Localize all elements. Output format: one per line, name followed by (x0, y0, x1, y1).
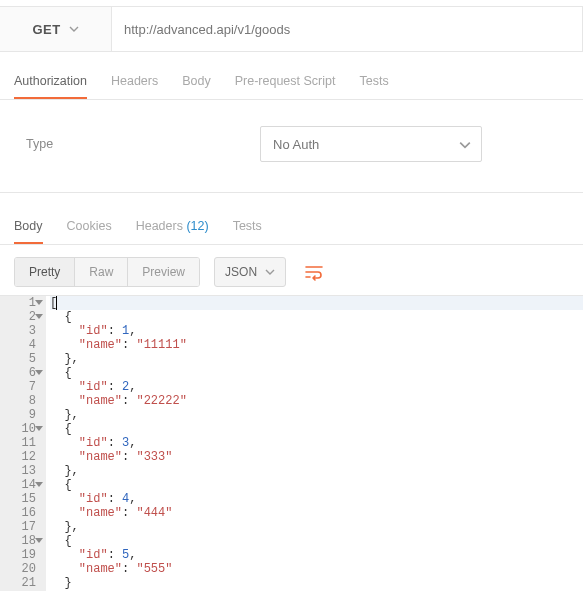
code-line: "name": "22222" (50, 394, 583, 408)
code-line: "id": 4, (50, 492, 583, 506)
line-number: 15 (0, 492, 42, 506)
line-number: 9 (0, 408, 42, 422)
tab-tests[interactable]: Tests (359, 64, 388, 99)
code-line: [ (50, 296, 583, 310)
chevron-down-icon (265, 267, 275, 277)
line-number: 7 (0, 380, 42, 394)
request-bar: GET http://advanced.api/v1/goods (0, 6, 583, 52)
code-line: "name": "11111" (50, 338, 583, 352)
format-row: Pretty Raw Preview JSON (0, 245, 583, 295)
method-label: GET (32, 22, 60, 37)
code-line: "id": 2, (50, 380, 583, 394)
headers-count: (12) (186, 219, 208, 233)
code-line: } (50, 576, 583, 590)
line-number: 11 (0, 436, 42, 450)
tab-resp-body[interactable]: Body (14, 209, 43, 244)
code-line: { (50, 478, 583, 492)
line-number: 19 (0, 548, 42, 562)
auth-panel: Type No Auth (0, 100, 583, 193)
code-line: { (50, 310, 583, 324)
line-number: 5 (0, 352, 42, 366)
language-select[interactable]: JSON (214, 257, 286, 287)
tab-prerequest[interactable]: Pre-request Script (235, 64, 336, 99)
response-code-viewer: 12345678910111213141516171819202122 [ { … (0, 295, 583, 591)
code-line: { (50, 422, 583, 436)
line-number: 1 (0, 296, 42, 310)
code-line: "id": 5, (50, 548, 583, 562)
line-number: 21 (0, 576, 42, 590)
line-number: 20 (0, 562, 42, 576)
line-number: 2 (0, 310, 42, 324)
code-line: "name": "333" (50, 450, 583, 464)
auth-type-select[interactable]: No Auth (260, 126, 482, 162)
line-number: 12 (0, 450, 42, 464)
line-number: 4 (0, 338, 42, 352)
line-number: 14 (0, 478, 42, 492)
tab-resp-headers[interactable]: Headers (12) (136, 209, 209, 244)
line-gutter: 12345678910111213141516171819202122 (0, 296, 46, 591)
line-number: 16 (0, 506, 42, 520)
code-line: }, (50, 408, 583, 422)
code-line: "id": 1, (50, 324, 583, 338)
code-line: "id": 3, (50, 436, 583, 450)
line-number: 18 (0, 534, 42, 548)
line-number: 8 (0, 394, 42, 408)
code-line: { (50, 366, 583, 380)
line-number: 10 (0, 422, 42, 436)
response-tabs: Body Cookies Headers (12) Tests (0, 209, 583, 245)
url-text: http://advanced.api/v1/goods (124, 22, 290, 37)
tab-resp-cookies[interactable]: Cookies (67, 209, 112, 244)
chevron-down-icon (459, 139, 469, 149)
code-line: }, (50, 520, 583, 534)
chevron-down-icon (69, 24, 79, 34)
line-number: 17 (0, 520, 42, 534)
tab-body[interactable]: Body (182, 64, 211, 99)
language-label: JSON (225, 265, 257, 279)
code-line: { (50, 534, 583, 548)
view-pretty-button[interactable]: Pretty (15, 258, 75, 286)
url-input[interactable]: http://advanced.api/v1/goods (112, 7, 582, 51)
code-line: }, (50, 464, 583, 478)
method-select[interactable]: GET (0, 7, 112, 51)
tab-resp-headers-label: Headers (136, 219, 183, 233)
view-mode-group: Pretty Raw Preview (14, 257, 200, 287)
request-tabs: Authorization Headers Body Pre-request S… (0, 64, 583, 100)
tab-headers[interactable]: Headers (111, 64, 158, 99)
line-number: 13 (0, 464, 42, 478)
view-preview-button[interactable]: Preview (128, 258, 199, 286)
view-raw-button[interactable]: Raw (75, 258, 128, 286)
wrap-lines-icon[interactable] (300, 258, 328, 286)
tab-resp-tests[interactable]: Tests (233, 209, 262, 244)
text-cursor (56, 296, 57, 310)
auth-selected: No Auth (273, 137, 319, 152)
tab-authorization[interactable]: Authorization (14, 64, 87, 99)
code-line: }, (50, 352, 583, 366)
code-line: "name": "444" (50, 506, 583, 520)
auth-type-label: Type (26, 137, 236, 151)
line-number: 6 (0, 366, 42, 380)
code-body[interactable]: [ { "id": 1, "name": "11111" }, { "id": … (46, 296, 583, 591)
line-number: 3 (0, 324, 42, 338)
code-line: "name": "555" (50, 562, 583, 576)
